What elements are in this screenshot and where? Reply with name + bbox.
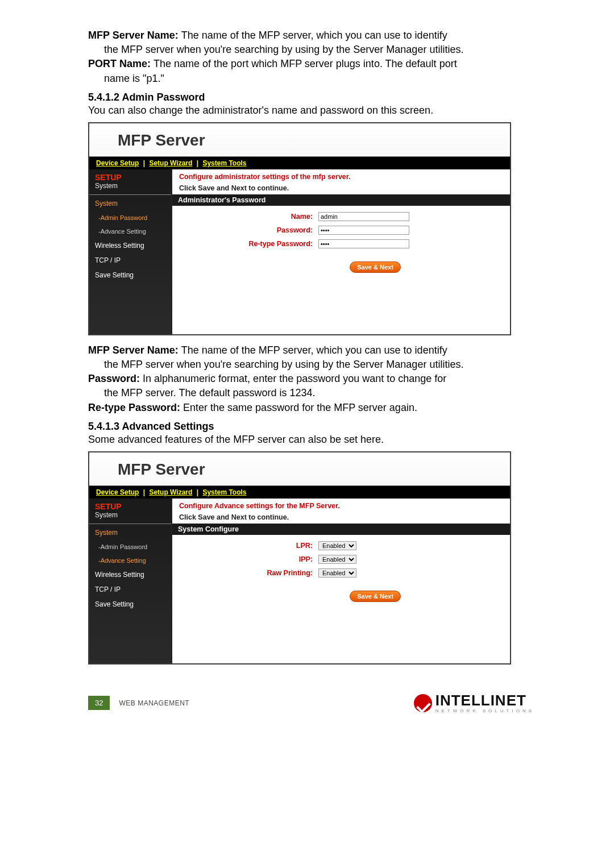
form-table: LPR:EnabledIPP:EnabledRaw Printing:Enabl… [172, 538, 510, 580]
sidebar-item[interactable]: TCP / IP [89, 253, 171, 268]
text: The name of the port which MFP server pl… [154, 58, 457, 69]
form-label: IPP: [173, 553, 317, 566]
sidebar-header: SETUP [89, 499, 171, 511]
section-heading: 5.4.1.3 Advanced Settings [88, 421, 534, 433]
checkmark-icon [414, 694, 432, 712]
sidebar-item[interactable]: TCP / IP [89, 582, 171, 597]
form-label: Raw Printing: [173, 567, 317, 579]
page-number: 32 [88, 696, 110, 710]
sidebar-item[interactable]: Save Setting [89, 597, 171, 612]
password-input[interactable] [318, 226, 409, 235]
name-input[interactable] [318, 212, 409, 221]
section-heading: 5.4.1.2 Admin Password [88, 92, 534, 103]
form-label: LPR: [173, 539, 317, 552]
nav-setup-wizard[interactable]: Setup Wizard [149, 488, 192, 496]
ss-header: MFP Server [89, 452, 510, 485]
sidebar-item[interactable]: -Admin Password [89, 211, 171, 225]
sidebar-item[interactable]: Wireless Setting [89, 567, 171, 582]
sidebar: SETUP System System-Admin Password-Advan… [89, 169, 172, 334]
brand-subtitle: NETWORK SOLUTIONS [435, 709, 534, 713]
enable-select[interactable]: Enabled [318, 555, 356, 564]
instruction-2: Click Save and Next to continue. [172, 182, 510, 194]
sidebar: SETUP System System-Admin Password-Advan… [89, 499, 172, 663]
screenshot-advanced-settings: MFP Server Device Setup | Setup Wizard |… [88, 451, 511, 665]
nav-setup-wizard[interactable]: Setup Wizard [149, 159, 192, 167]
save-next-button[interactable]: Save & Next [350, 261, 401, 273]
sidebar-header: SETUP [89, 169, 171, 182]
term: Re-type Password: [88, 402, 183, 413]
content-area: Configure administrator settings of the … [172, 169, 510, 334]
term: MFP Server Name: [88, 30, 181, 41]
sidebar-item[interactable]: Wireless Setting [89, 238, 171, 253]
term: Password: [88, 373, 143, 384]
term: MFP Server Name: [88, 344, 181, 356]
nav-sep: | [143, 159, 145, 167]
divider [89, 524, 171, 524]
text: name is "p1." [88, 72, 534, 86]
nav-device-setup[interactable]: Device Setup [96, 159, 139, 167]
sidebar-item[interactable]: System [89, 196, 171, 211]
ss-header: MFP Server [89, 123, 510, 156]
form-row: IPP:Enabled [173, 553, 509, 566]
brand-name: INTELLINET [435, 693, 534, 708]
form-section-title: Administrator's Password [172, 194, 510, 206]
paragraph: MFP Server Name: The name of the MFP ser… [88, 343, 534, 415]
form-label: Name: [173, 210, 317, 223]
sidebar-sub: System [89, 182, 171, 193]
form-row: LPR:Enabled [173, 539, 509, 552]
sidebar-item[interactable]: -Admin Password [89, 540, 171, 554]
form-label: Password: [173, 224, 317, 236]
text: The name of the MFP server, which you ca… [181, 30, 447, 41]
form-row: Name: [173, 210, 509, 223]
text: the MFP server when you're searching by … [88, 358, 534, 372]
section-intro: Some advanced features of the MFP server… [88, 434, 534, 446]
top-nav: Device Setup | Setup Wizard | System Too… [89, 485, 510, 499]
sidebar-sub: System [89, 511, 171, 522]
term: PORT Name: [88, 58, 154, 69]
sidebar-item[interactable]: -Advance Setting [89, 225, 171, 238]
page-number-block: 32 WEB MANAGEMENT [88, 696, 189, 710]
save-next-button[interactable]: Save & Next [350, 591, 401, 602]
instruction-1: Configure administrator settings of the … [172, 169, 510, 182]
content-area: Configure Advance settings for the MFP S… [172, 499, 510, 663]
form-section-title: System Configure [172, 524, 510, 535]
text: In alphanumeric format, enter the passwo… [143, 373, 446, 384]
text: Enter the same password for the MFP serv… [183, 402, 417, 413]
page-footer: 32 WEB MANAGEMENT INTELLINET NETWORK SOL… [88, 693, 534, 713]
top-nav: Device Setup | Setup Wizard | System Too… [89, 156, 510, 169]
form-table: Name:Password:Re-type Password: [172, 209, 510, 251]
nav-sep: | [197, 488, 198, 496]
form-row: Re-type Password: [173, 238, 509, 250]
nav-system-tools[interactable]: System Tools [202, 159, 246, 167]
instruction-2: Click Save and Next to continue. [172, 511, 510, 524]
form-label: Re-type Password: [173, 238, 317, 250]
nav-sep: | [197, 159, 198, 167]
nav-system-tools[interactable]: System Tools [202, 488, 246, 496]
nav-device-setup[interactable]: Device Setup [96, 488, 139, 496]
form-row: Password: [173, 224, 509, 236]
ss-title: MFP Server [118, 131, 205, 149]
enable-select[interactable]: Enabled [318, 541, 356, 550]
sidebar-item[interactable]: Save Setting [89, 268, 171, 283]
enable-select[interactable]: Enabled [318, 568, 356, 578]
text: The name of the MFP server, which you ca… [181, 344, 447, 356]
text: the MFP server. The default password is … [88, 386, 534, 400]
nav-sep: | [143, 488, 145, 496]
footer-section-label: WEB MANAGEMENT [119, 699, 189, 707]
password-input[interactable] [318, 239, 409, 248]
ss-title: MFP Server [118, 460, 205, 478]
text: the MFP server when you're searching by … [88, 43, 534, 57]
paragraph: MFP Server Name: The name of the MFP ser… [88, 28, 534, 86]
screenshot-admin-password: MFP Server Device Setup | Setup Wizard |… [88, 122, 511, 335]
sidebar-item[interactable]: System [89, 525, 171, 540]
brand-logo: INTELLINET NETWORK SOLUTIONS [414, 693, 534, 713]
sidebar-item[interactable]: -Advance Setting [89, 554, 171, 567]
form-row: Raw Printing:Enabled [173, 567, 509, 579]
divider [89, 194, 171, 195]
instruction-1: Configure Advance settings for the MFP S… [172, 499, 510, 511]
section-intro: You can also change the administrator's … [88, 105, 534, 117]
